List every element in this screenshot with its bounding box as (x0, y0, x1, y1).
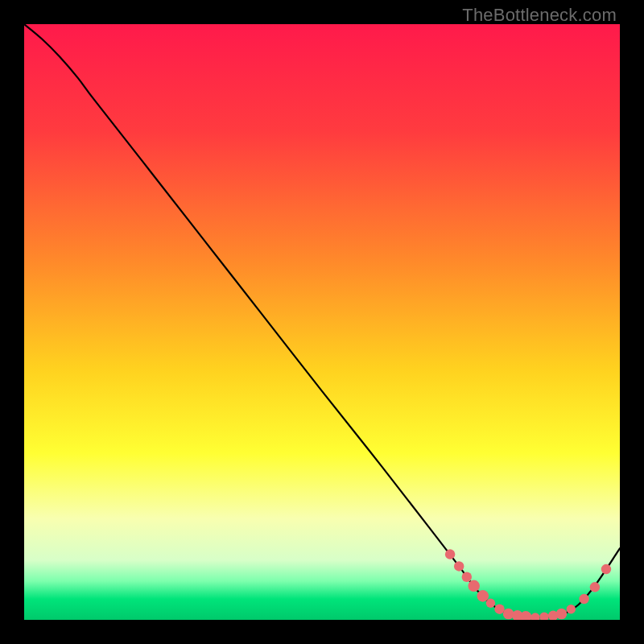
gradient-background (24, 24, 620, 620)
data-marker (486, 599, 495, 608)
chart-svg (24, 24, 620, 620)
data-marker (462, 572, 472, 581)
watermark-text: TheBottleneck.com (462, 5, 617, 26)
data-marker (590, 582, 600, 592)
data-marker (567, 605, 576, 613)
data-marker (468, 580, 480, 592)
data-marker (601, 564, 611, 574)
data-marker (445, 549, 455, 559)
data-marker (477, 590, 489, 602)
data-marker (454, 561, 464, 571)
data-marker (494, 604, 504, 613)
data-marker (556, 609, 568, 620)
data-marker (579, 594, 588, 604)
chart-plot-area (24, 24, 620, 620)
